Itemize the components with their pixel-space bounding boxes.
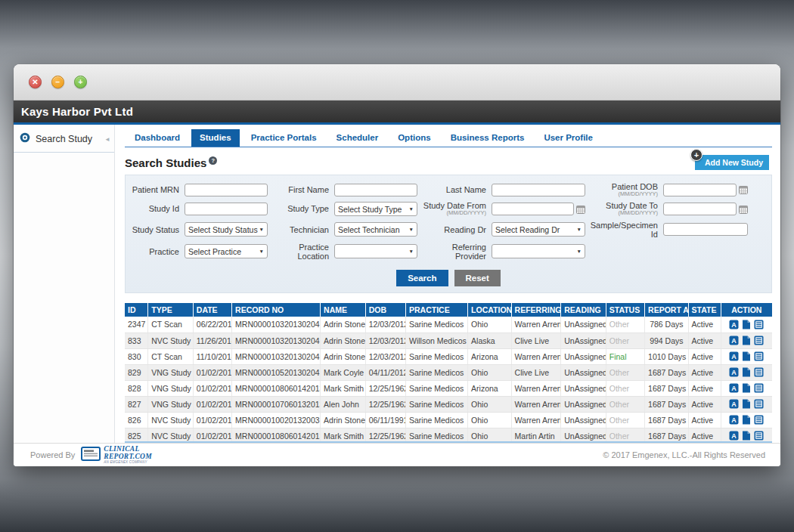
file-icon[interactable] bbox=[742, 336, 751, 345]
patient-dob-input[interactable] bbox=[663, 184, 737, 196]
column-header-name[interactable]: NAME bbox=[321, 303, 366, 317]
minimize-window-icon[interactable]: − bbox=[51, 76, 64, 88]
tab-business-reports[interactable]: Business Reports bbox=[442, 129, 533, 147]
cell-status: Other bbox=[606, 412, 644, 428]
column-header-practice[interactable]: PRACTICE bbox=[405, 303, 467, 317]
practice-location-select[interactable]: ▼ bbox=[334, 244, 417, 258]
cell-dob: 12/03/2012 bbox=[365, 317, 405, 332]
cell-report-age: 1687 Days bbox=[645, 364, 688, 380]
details-icon[interactable] bbox=[754, 336, 764, 345]
patient-mrn-input[interactable] bbox=[185, 184, 268, 196]
study-date-from-input[interactable] bbox=[492, 203, 574, 215]
tab-dashboard[interactable]: Dashboard bbox=[126, 129, 188, 147]
cell-report-age: 1687 Days bbox=[645, 412, 688, 428]
study-status-select[interactable]: Select Study Status▼ bbox=[185, 222, 268, 237]
study-date-to-input[interactable] bbox=[663, 203, 737, 215]
file-icon[interactable] bbox=[742, 383, 751, 393]
tab-scheduler[interactable]: Scheduler bbox=[328, 129, 387, 147]
column-header-type[interactable]: TYPE bbox=[148, 303, 194, 317]
pdf-icon[interactable]: A bbox=[729, 431, 739, 441]
zoom-window-icon[interactable]: + bbox=[74, 76, 87, 88]
tab-user-profile[interactable]: User Profile bbox=[535, 129, 601, 147]
calendar-icon[interactable] bbox=[739, 185, 748, 194]
file-icon[interactable] bbox=[742, 431, 751, 441]
sidebar-collapse-icon[interactable]: ◄ bbox=[104, 136, 110, 143]
sidebar-item-search-study[interactable]: Search Study ◄ bbox=[14, 125, 114, 153]
calendar-icon[interactable] bbox=[576, 205, 585, 214]
add-new-study-label[interactable]: Add New Study bbox=[695, 155, 769, 170]
pdf-icon[interactable]: A bbox=[729, 399, 739, 409]
table-row[interactable]: 829VNG Study01/02/2013MRN000010520130204… bbox=[125, 364, 772, 380]
column-header-dob[interactable]: DOB bbox=[365, 303, 405, 317]
practice-select[interactable]: Select Practice▼ bbox=[185, 244, 268, 258]
svg-text:A: A bbox=[732, 353, 737, 360]
column-header-id[interactable]: ID bbox=[125, 303, 148, 317]
details-icon[interactable] bbox=[754, 351, 764, 361]
details-icon[interactable] bbox=[754, 383, 764, 393]
table-row[interactable]: 827VNG Study01/02/2013MRN000010706013201… bbox=[125, 396, 772, 412]
column-header-location[interactable]: LOCATION bbox=[468, 303, 511, 317]
technician-select[interactable]: Select Technician▼ bbox=[334, 222, 417, 237]
table-row[interactable]: 830CT Scan11/10/2014MRN000010320130204Ad… bbox=[125, 348, 772, 364]
gear-icon bbox=[20, 132, 30, 146]
table-row[interactable]: 2347CT Scan06/22/2015MRN000010320130204A… bbox=[125, 317, 772, 332]
column-header-report-age[interactable]: REPORT AGE bbox=[645, 303, 688, 317]
file-icon[interactable] bbox=[742, 320, 751, 329]
file-icon[interactable] bbox=[742, 367, 751, 377]
tab-studies[interactable]: Studies bbox=[191, 129, 240, 147]
study-type-select[interactable]: Select Study Type▼ bbox=[334, 202, 417, 216]
cell-location: Ohio bbox=[468, 364, 511, 380]
cell-reading: UnAssigned bbox=[561, 412, 606, 428]
column-header-reading[interactable]: READING bbox=[561, 303, 606, 317]
calendar-icon[interactable] bbox=[739, 205, 748, 214]
table-row[interactable]: 833NVC Study11/26/2014MRN000010320130204… bbox=[125, 332, 772, 348]
referring-provider-select[interactable]: ▼ bbox=[492, 244, 585, 258]
file-icon[interactable] bbox=[742, 415, 751, 425]
cell-name: Mark Smith bbox=[321, 380, 366, 396]
tab-options[interactable]: Options bbox=[389, 129, 439, 147]
add-new-study-button[interactable]: + Add New Study bbox=[695, 155, 769, 170]
cell-status: Other bbox=[606, 380, 644, 396]
help-icon[interactable]: ? bbox=[209, 156, 217, 165]
pdf-icon[interactable]: A bbox=[729, 383, 739, 393]
study-id-input[interactable] bbox=[185, 203, 268, 215]
search-form-grid: Patient MRNFirst NameLast NamePatient DO… bbox=[132, 182, 765, 261]
clinical-report-logo[interactable]: CLINICAL REPORT.COM AN EMGENEX COMPANY bbox=[81, 446, 152, 464]
cell-report-age: 1010 Days bbox=[645, 348, 688, 364]
last-name-input[interactable] bbox=[492, 184, 585, 196]
table-row[interactable]: 828VNG Study01/02/2013MRN000010806014201… bbox=[125, 380, 772, 396]
details-icon[interactable] bbox=[754, 431, 764, 441]
cell-practice: Willson Medicos bbox=[405, 332, 467, 348]
window-titlebar[interactable]: ✕−+ bbox=[14, 64, 780, 101]
column-header-action[interactable]: ACTION bbox=[721, 303, 772, 317]
first-name-input[interactable] bbox=[334, 184, 417, 196]
cell-status: Other bbox=[606, 364, 644, 380]
tab-practice-portals[interactable]: Practice Portals bbox=[243, 129, 325, 147]
cell-name: Adrin Stone bbox=[321, 348, 366, 364]
column-header-date[interactable]: DATE bbox=[193, 303, 231, 317]
details-icon[interactable] bbox=[754, 367, 764, 377]
table-row[interactable]: 825NVC Study01/02/2013MRN000010806014201… bbox=[125, 428, 772, 443]
table-row[interactable]: 826NVC Study01/02/2013MRN000010020132003… bbox=[125, 412, 772, 428]
reset-button[interactable]: Reset bbox=[454, 270, 501, 286]
file-icon[interactable] bbox=[742, 399, 751, 409]
details-icon[interactable] bbox=[754, 399, 764, 409]
details-icon[interactable] bbox=[754, 320, 764, 329]
close-window-icon[interactable]: ✕ bbox=[29, 76, 42, 88]
pdf-icon[interactable]: A bbox=[729, 415, 739, 425]
pdf-icon[interactable]: A bbox=[729, 336, 739, 345]
pdf-icon[interactable]: A bbox=[729, 320, 739, 329]
cell-location: Arizona bbox=[468, 348, 511, 364]
sample-specimen-id-input[interactable] bbox=[663, 223, 748, 236]
column-header-referring[interactable]: REFERRING bbox=[511, 303, 561, 317]
reading-dr-select[interactable]: Select Reading Dr▼ bbox=[492, 222, 585, 237]
column-header-status[interactable]: STATUS bbox=[606, 303, 644, 317]
search-button[interactable]: Search bbox=[396, 270, 448, 286]
details-icon[interactable] bbox=[754, 415, 764, 425]
file-icon[interactable] bbox=[742, 351, 751, 361]
column-header-record-no[interactable]: RECORD NO bbox=[232, 303, 321, 317]
pdf-icon[interactable]: A bbox=[729, 351, 739, 361]
pdf-icon[interactable]: A bbox=[729, 367, 739, 377]
column-header-state[interactable]: STATE bbox=[688, 303, 721, 317]
results-table-container: IDTYPEDATERECORD NONAMEDOBPRACTICELOCATI… bbox=[125, 303, 772, 443]
